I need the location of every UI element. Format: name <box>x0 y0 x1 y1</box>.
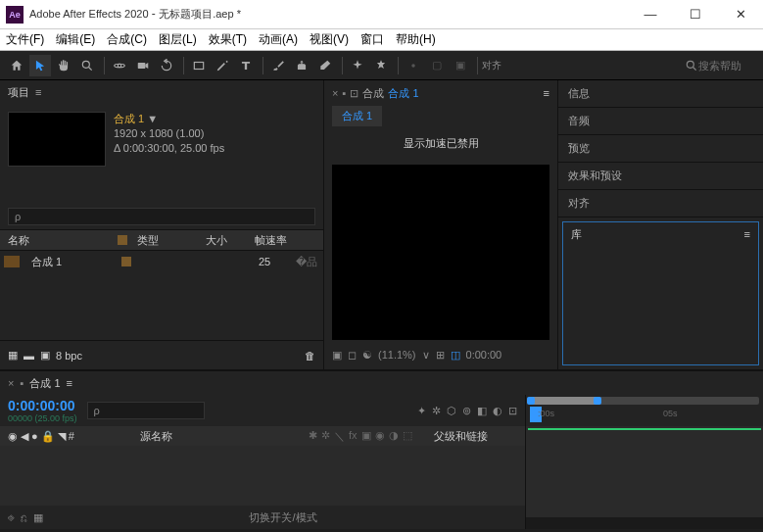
timeline-zoom-slider[interactable] <box>526 517 763 529</box>
panel-close-icon[interactable]: × <box>8 377 14 389</box>
camera-tool[interactable] <box>132 55 154 76</box>
composition-viewer[interactable] <box>332 165 549 340</box>
menu-file[interactable]: 文件(F) <box>6 31 44 48</box>
orbit-tool[interactable] <box>109 55 130 76</box>
tl-btn-2[interactable]: ✲ <box>432 405 441 417</box>
folder-icon[interactable]: ▬ <box>24 350 34 362</box>
clone-stamp-tool[interactable] <box>291 55 312 76</box>
timeline-navigator[interactable] <box>530 397 759 405</box>
menu-window[interactable]: 窗口 <box>360 31 384 48</box>
trash-icon[interactable]: 🗑 <box>305 350 315 362</box>
home-icon[interactable] <box>6 55 27 76</box>
timeline-rows[interactable] <box>0 446 525 506</box>
puppet-tool[interactable] <box>370 55 392 76</box>
tl-footer-btn-2[interactable]: ⎌ <box>21 511 27 523</box>
timeline-search[interactable]: ρ⁣ <box>87 402 205 419</box>
tl-btn-1[interactable]: ✦ <box>417 405 426 417</box>
comp-tab[interactable]: 合成 1 <box>388 86 418 101</box>
project-row[interactable]: 合成 1 25 �品 <box>0 251 323 272</box>
menu-animation[interactable]: 动画(A) <box>259 31 298 48</box>
col-size[interactable]: 大小 <box>206 233 255 248</box>
col-tag[interactable] <box>118 235 137 245</box>
panel-menu-icon[interactable]: ≡ <box>544 87 549 99</box>
bpc-button[interactable]: 8 bpc <box>56 350 82 362</box>
hand-tool[interactable] <box>53 55 74 76</box>
minimize-button[interactable]: — <box>628 0 673 29</box>
graph-icon[interactable]: ⊡ <box>508 405 517 417</box>
new-comp-icon[interactable]: ▣ <box>40 349 50 362</box>
text-tool[interactable] <box>235 55 257 76</box>
project-thumbnail[interactable] <box>8 112 106 167</box>
lock-col-icon[interactable]: 🔒 <box>41 430 55 443</box>
search-help[interactable] <box>685 59 757 73</box>
pen-tool[interactable] <box>212 55 233 76</box>
magnify-icon[interactable]: ▣ <box>332 349 342 362</box>
frame-blend-icon[interactable]: ▦ <box>33 511 43 524</box>
time-display[interactable]: 0:00:00 <box>466 349 502 361</box>
menu-layer[interactable]: 图层(L) <box>159 31 197 48</box>
col-rate[interactable]: 帧速率 <box>255 233 323 248</box>
label-col-icon[interactable]: ◥ <box>58 430 66 443</box>
mask-icon[interactable]: ☯ <box>362 349 372 362</box>
workspace-label[interactable]: 对齐 <box>482 59 501 73</box>
shy-icon[interactable]: ⬡ <box>447 405 456 417</box>
draft3d-icon[interactable]: ◧ <box>477 405 487 417</box>
toolbar-btn-2[interactable]: ▣ <box>450 55 471 76</box>
project-search[interactable]: ρ⁣ <box>8 208 315 225</box>
interpret-icon[interactable]: ▦ <box>8 349 18 362</box>
eraser-tool[interactable] <box>314 55 336 76</box>
source-name-col[interactable]: 源名称 <box>132 429 309 444</box>
menu-help[interactable]: 帮助(H) <box>396 31 436 48</box>
close-button[interactable]: ✕ <box>718 0 763 29</box>
panel-menu-icon[interactable]: ≡ <box>35 86 41 98</box>
panel-menu-icon[interactable]: ≡ <box>67 377 72 389</box>
lock-icon[interactable]: ⊡ <box>350 87 358 100</box>
svg-point-0 <box>82 61 89 68</box>
search-help-input[interactable] <box>698 60 757 72</box>
maximize-button[interactable]: ☐ <box>673 0 718 29</box>
preview-panel-tab[interactable]: 预览 <box>558 135 763 163</box>
rectangle-tool[interactable] <box>188 55 210 76</box>
timeline-ruler[interactable]: :00s 05s <box>526 395 763 426</box>
col-name[interactable]: 名称 <box>0 233 118 248</box>
library-tab[interactable]: 库 <box>571 227 582 242</box>
project-tab[interactable]: 项目 <box>8 85 29 100</box>
toolbar-btn-1[interactable]: ▢ <box>426 55 448 76</box>
visibility-icon[interactable]: ◉ <box>8 430 18 443</box>
resolution-icon[interactable]: ◻ <box>348 349 357 362</box>
audio-col-icon[interactable]: ◀ <box>21 430 28 443</box>
menu-view[interactable]: 视图(V) <box>310 31 349 48</box>
menu-effect[interactable]: 效果(T) <box>209 31 247 48</box>
panel-close-icon[interactable]: × <box>332 87 338 99</box>
selection-tool[interactable] <box>29 55 51 76</box>
info-panel-tab[interactable]: 信息 <box>558 80 763 108</box>
parent-col[interactable]: 父级和链接 <box>426 429 525 444</box>
tl-btn-4[interactable]: ◐ <box>493 405 502 417</box>
work-area-bar[interactable] <box>528 428 761 430</box>
brush-tool[interactable] <box>267 55 289 76</box>
rotate-tool[interactable] <box>156 55 177 76</box>
roto-brush-tool[interactable] <box>347 55 368 76</box>
snap-icon[interactable] <box>403 55 424 76</box>
effects-panel-tab[interactable]: 效果和预设 <box>558 163 763 190</box>
grid-icon[interactable]: ⊞ <box>436 349 445 362</box>
svg-point-4 <box>411 64 415 68</box>
timeline-tracks-area[interactable]: :00s 05s <box>526 395 763 529</box>
menu-composition[interactable]: 合成(C) <box>107 31 147 48</box>
panel-menu-icon[interactable]: ≡ <box>744 228 750 240</box>
solo-icon[interactable]: ● <box>31 430 38 442</box>
guides-icon[interactable]: ◫ <box>451 349 460 362</box>
align-panel-tab[interactable]: 对齐 <box>558 190 763 218</box>
switch-mode-button[interactable]: 切换开关/模式 <box>49 510 517 525</box>
zoom-value[interactable]: (11.1%) <box>378 349 416 361</box>
col-type[interactable]: 类型 <box>137 233 206 248</box>
tl-footer-btn-1[interactable]: ⎆ <box>8 511 15 523</box>
zoom-tool[interactable] <box>76 55 98 76</box>
timeline-tab[interactable]: 合成 1 <box>29 376 60 391</box>
tl-btn-3[interactable]: ⊚ <box>462 405 471 417</box>
timeline-tracks[interactable] <box>526 426 763 517</box>
flowchart-tab[interactable]: 合成 1 <box>332 106 382 126</box>
timecode[interactable]: 0:00:00:00 <box>8 398 77 413</box>
audio-panel-tab[interactable]: 音频 <box>558 108 763 135</box>
menu-edit[interactable]: 编辑(E) <box>56 31 95 48</box>
